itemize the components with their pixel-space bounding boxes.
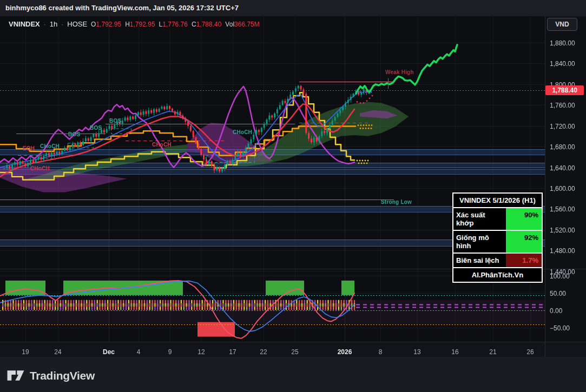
choch-label: CHoCH — [40, 143, 60, 149]
tradingview-chart-page: binhmyco86 created with TradingView.com,… — [0, 0, 586, 392]
symbol-legend[interactable]: VNINDEX · 1h · HOSE O1,792.95 H1,792.95 … — [9, 20, 260, 28]
price-tick: 1,640.00 — [550, 164, 575, 172]
time-tick[interactable]: 12 — [197, 348, 205, 356]
ai-table-footer: AI.PhânTích.Vn — [453, 268, 542, 282]
time-tick[interactable]: 24 — [54, 348, 61, 356]
time-tick[interactable]: 26 — [526, 348, 534, 356]
ohlc-low: L1,776.76 — [159, 21, 188, 28]
time-tick-year[interactable]: 2026 — [338, 348, 352, 356]
ohlc-open: O1,792.95 — [91, 21, 121, 28]
strong-low-label: Strong Low — [381, 199, 412, 205]
choch-label: CHoCH — [30, 165, 50, 171]
time-tick-month[interactable]: Dec — [103, 348, 115, 356]
price-tick: 1,560.00 — [550, 205, 575, 213]
legend-separator: · — [61, 21, 63, 28]
price-tick: 1,840.00 — [550, 60, 575, 68]
deviation-value: 1.7% — [506, 254, 542, 267]
watermark-text: binhmyco86 created with TradingView.com,… — [5, 4, 239, 12]
volume-value: Vol366.75M — [225, 21, 259, 28]
price-tick: 1,720.00 — [550, 123, 575, 130]
oscillator-tick: 100.00 — [550, 273, 570, 280]
price-tick: 1,480.00 — [550, 247, 575, 255]
time-tick[interactable]: 4 — [137, 348, 141, 356]
ohlc-close: C1,788.40 — [192, 21, 221, 28]
price-tick: 1,760.00 — [550, 102, 575, 109]
price-tick: 1,680.00 — [550, 143, 575, 151]
ai-prediction-table: VNINDEX 5/1/2026 (H1) Xác suất khớp 90% … — [452, 192, 543, 283]
match-probability-value: 90% — [506, 208, 542, 230]
ai-table-title: VNINDEX 5/1/2026 (H1) — [453, 194, 542, 208]
time-tick[interactable]: 9 — [168, 348, 172, 356]
deviation-label: Biên sai lệch — [453, 254, 506, 267]
eqh-label: EQH — [23, 145, 35, 151]
bos-label: BOS — [109, 118, 121, 124]
pattern-similarity-label: Giống mô hình — [453, 231, 506, 253]
oscillator-tick: 50.00 — [550, 290, 566, 297]
price-tick: 1,600.00 — [550, 185, 575, 192]
time-tick[interactable]: 19 — [22, 348, 29, 356]
tradingview-logo[interactable]: TradingView — [6, 369, 95, 382]
time-tick[interactable]: 16 — [451, 348, 458, 356]
price-tick: 1,880.00 — [550, 39, 575, 47]
time-tick[interactable]: 21 — [489, 348, 496, 356]
oscillator-tick: −50.00 — [550, 324, 570, 332]
pattern-similarity-value: 92% — [506, 231, 542, 253]
table-row: Giống mô hình 92% — [453, 231, 542, 254]
table-row: Biên sai lệch 1.7% — [453, 254, 542, 268]
time-tick[interactable]: 13 — [413, 348, 420, 356]
interval-label[interactable]: 1h — [50, 20, 57, 28]
symbol-name[interactable]: VNINDEX — [9, 20, 40, 28]
choch-label: CHoCH — [233, 129, 252, 135]
bos-label: BOS — [68, 131, 80, 137]
time-tick[interactable]: 25 — [291, 348, 298, 356]
last-price-tag: 1,788.40 — [545, 85, 584, 95]
match-probability-label: Xác suất khớp — [453, 208, 506, 230]
choch-label: CHoCH — [152, 142, 172, 148]
time-tick[interactable]: 17 — [229, 348, 236, 356]
ohlc-high: H1,792.95 — [125, 21, 155, 28]
table-row: Xác suất khớp 90% — [453, 208, 542, 231]
watermark-bar: binhmyco86 created with TradingView.com,… — [0, 0, 586, 16]
time-tick[interactable]: 22 — [260, 348, 267, 356]
currency-button[interactable]: VND — [547, 18, 577, 31]
oscillator-tick: 0.00 — [550, 307, 562, 315]
weak-high-label: Weak High — [385, 69, 414, 75]
exchange-label: HOSE — [67, 20, 87, 28]
price-tick: 1,520.00 — [550, 227, 575, 234]
tradingview-logo-icon — [6, 369, 25, 382]
time-tick[interactable]: 8 — [379, 348, 383, 356]
tradingview-logo-text: TradingView — [30, 369, 95, 382]
legend-separator: · — [44, 21, 46, 28]
bos-label: BOS — [90, 125, 102, 131]
